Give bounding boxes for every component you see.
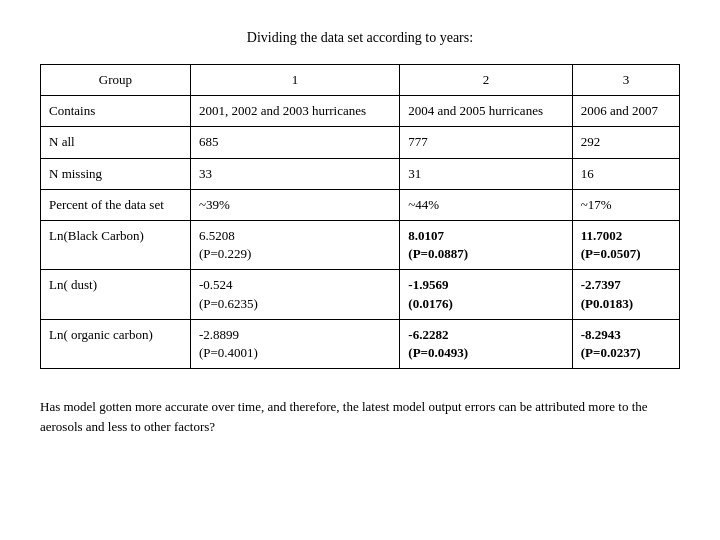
table-row: Ln(Black Carbon)6.5208(P=0.229)8.0107(P=… xyxy=(41,220,680,269)
row-cell: 31 xyxy=(400,158,572,189)
row-cell: -1.9569(0.0176) xyxy=(400,270,572,319)
row-cell: 777 xyxy=(400,127,572,158)
col-header-3: 3 xyxy=(572,65,679,96)
table-row: Contains2001, 2002 and 2003 hurricanes20… xyxy=(41,96,680,127)
row-label: Ln( organic carbon) xyxy=(41,319,191,368)
row-label: Ln( dust) xyxy=(41,270,191,319)
table-row: Percent of the data set~39%~44%~17% xyxy=(41,189,680,220)
row-cell: 6.5208(P=0.229) xyxy=(190,220,399,269)
row-cell: 685 xyxy=(190,127,399,158)
page-title: Dividing the data set according to years… xyxy=(247,30,473,46)
row-cell: 2001, 2002 and 2003 hurricanes xyxy=(190,96,399,127)
row-cell: 2006 and 2007 xyxy=(572,96,679,127)
row-cell: -2.8899(P=0.4001) xyxy=(190,319,399,368)
footer-text: Has model gotten more accurate over time… xyxy=(40,397,680,436)
row-label: N all xyxy=(41,127,191,158)
row-label: N missing xyxy=(41,158,191,189)
data-table: Group 1 2 3 Contains2001, 2002 and 2003 … xyxy=(40,64,680,369)
table-row: Ln( organic carbon)-2.8899(P=0.4001)-6.2… xyxy=(41,319,680,368)
row-cell: -2.7397(P0.0183) xyxy=(572,270,679,319)
row-cell: 11.7002(P=0.0507) xyxy=(572,220,679,269)
row-cell: ~17% xyxy=(572,189,679,220)
row-cell: 292 xyxy=(572,127,679,158)
row-cell: 8.0107(P=0.0887) xyxy=(400,220,572,269)
row-label: Contains xyxy=(41,96,191,127)
col-header-1: 1 xyxy=(190,65,399,96)
table-row: Ln( dust)-0.524(P=0.6235)-1.9569(0.0176)… xyxy=(41,270,680,319)
row-label: Ln(Black Carbon) xyxy=(41,220,191,269)
row-cell: ~44% xyxy=(400,189,572,220)
table-row: N missing333116 xyxy=(41,158,680,189)
row-cell: -0.524(P=0.6235) xyxy=(190,270,399,319)
col-header-group: Group xyxy=(41,65,191,96)
row-cell: 2004 and 2005 hurricanes xyxy=(400,96,572,127)
row-cell: 33 xyxy=(190,158,399,189)
row-cell: ~39% xyxy=(190,189,399,220)
col-header-2: 2 xyxy=(400,65,572,96)
row-label: Percent of the data set xyxy=(41,189,191,220)
table-row: N all685777292 xyxy=(41,127,680,158)
row-cell: -8.2943(P=0.0237) xyxy=(572,319,679,368)
row-cell: 16 xyxy=(572,158,679,189)
row-cell: -6.2282(P=0.0493) xyxy=(400,319,572,368)
